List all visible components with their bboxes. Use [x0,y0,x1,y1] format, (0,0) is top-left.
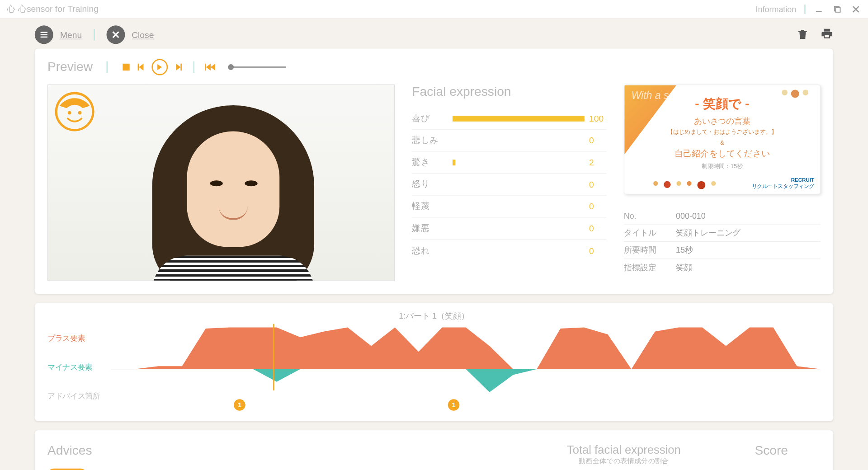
expression-row: 軽蔑 0 [412,196,606,218]
expression-label: 喜び [412,113,453,124]
total-expr-subtitle: 動画全体での表情成分の割合 [543,456,705,466]
scenario-meta-table: No.000-010タイトル笑顔トレーニング所要時間15秒指標設定笑顔 [624,207,821,277]
timeline-chart[interactable]: 1 1 [111,324,821,411]
expression-row: 悲しみ 0 [412,130,606,152]
timeline-label-plus: プラス要素 [47,333,111,343]
svg-rect-9 [205,64,206,70]
app-heart-icon: 心 [7,4,15,14]
expression-value: 0 [589,179,606,189]
top-controls: Menu Close [35,19,833,49]
facial-expression-title: Facial expression [412,85,606,99]
expression-row: 嫌悪 0 [412,217,606,240]
expression-value: 0 [589,136,606,146]
divider [107,61,108,73]
expression-label: 軽蔑 [412,201,453,212]
close-window-button[interactable] [851,4,861,14]
timeline-label-minus: マイナス要素 [47,362,111,372]
divider [193,61,195,73]
expression-bar [453,248,585,254]
step-back-button[interactable] [137,62,146,71]
meta-key: タイトル [624,228,676,238]
scenario-slide: With a smile - 笑顔で - あいさつの言葉 【はじめまして・おはよ… [624,85,821,194]
expression-label: 嫌悪 [412,223,453,234]
smile-face-icon [54,91,95,132]
expression-value: 100 [589,113,606,123]
expression-value: 0 [589,201,606,211]
svg-point-12 [78,111,82,115]
expression-value: 2 [589,157,606,167]
expression-bar [453,160,585,165]
svg-rect-5 [41,37,47,38]
total-expression-chart: Total facial expression 動画全体での表情成分の割合 喜び… [543,443,705,470]
expression-row: 喜び 100 [412,108,606,130]
slide-line3: 自己紹介をしてください [624,148,820,159]
play-button[interactable] [152,59,168,75]
divider [94,29,95,41]
timeline-marker[interactable]: 1 [448,399,460,411]
meta-key: No. [624,211,676,220]
timeline-panel: 1:パート 1（笑顔） プラス要素 マイナス要素 アドバイス箇所 1 1 [35,303,833,421]
speed-slider[interactable] [228,66,286,68]
slide-tagline: With a smile [631,89,688,102]
meta-value: 笑顔トレーニング [676,228,741,238]
svg-point-11 [68,111,71,115]
expression-value: 0 [589,245,606,255]
expression-bar [453,115,585,121]
menu-button[interactable] [35,25,53,44]
svg-rect-6 [123,64,130,70]
expression-label: 怒り [412,179,453,190]
expression-row: 恐れ 0 [412,240,606,262]
advices-title: Advices [47,443,525,458]
svg-rect-8 [181,64,182,70]
timeline-label-advice: アドバイス箇所 [47,391,111,401]
expression-row: 怒り 0 [412,174,606,196]
timeline-marker[interactable]: 1 [234,399,245,411]
trash-icon[interactable] [796,28,809,42]
svg-rect-7 [138,64,139,70]
close-label[interactable]: Close [132,30,154,40]
total-expr-title: Total facial expression [543,443,705,456]
expression-label: 恐れ [412,245,453,256]
expression-label: 驚き [412,157,453,168]
person-photo [129,85,337,281]
svg-rect-3 [41,32,47,33]
preview-panel: Preview [35,49,833,294]
expression-row: 驚き 2 [412,151,606,174]
svg-rect-2 [835,7,840,12]
advice-panel: Advices 総合評価 穏やかな笑顔が出ています。笑顔でいると自分も相手も、明… [35,430,833,470]
expression-label: 悲しみ [412,135,453,146]
slide-time: 制限時間：15秒 [624,163,820,171]
titlebar: 心心sensor for Training Information [0,0,868,19]
maximize-button[interactable] [832,4,843,14]
meta-row: No.000-010 [624,207,821,224]
meta-value: 15秒 [676,245,693,255]
rewind-button[interactable] [205,63,217,71]
meta-value: 笑顔 [676,263,692,273]
video-preview [47,85,395,281]
preview-title: Preview [47,60,93,75]
close-button[interactable] [106,25,125,44]
step-forward-button[interactable] [174,62,183,71]
app-title: 心sensor for Training [18,4,99,14]
slide-line2: 【はじめまして・おはようございます。】 [624,128,820,136]
meta-row: 指標設定笑顔 [624,259,821,276]
meta-key: 指標設定 [624,263,676,273]
print-icon[interactable] [821,28,833,42]
meta-value: 000-010 [676,211,706,220]
timeline-cursor[interactable] [273,324,274,390]
slide-amp: & [624,139,820,146]
score-section: Score 77/100 [722,443,821,470]
stop-button[interactable] [122,62,131,71]
meta-row: 所要時間15秒 [624,242,821,259]
information-link[interactable]: Information [756,5,797,14]
svg-rect-4 [41,34,47,36]
slide-line1: あいさつの言葉 [624,116,820,127]
menu-label[interactable]: Menu [60,30,82,40]
score-title: Score [722,443,821,458]
expression-bar [453,203,585,209]
facial-expression-column: Facial expression 喜び 100悲しみ 0驚き 2怒り 0軽蔑 … [406,85,613,281]
meta-key: 所要時間 [624,245,676,255]
recruit-logo: RECRUIT リクルートスタッフィング [752,177,814,190]
minimize-button[interactable] [814,4,824,14]
divider [804,5,806,14]
